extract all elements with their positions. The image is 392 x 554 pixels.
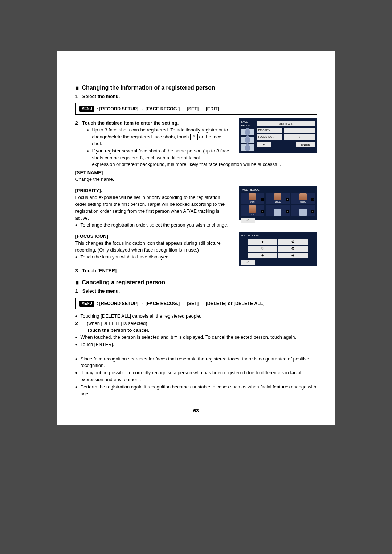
bullet-face-shots: Up to 3 face shots can be registered. To… (87, 127, 232, 147)
bullet-touch-enter: Touch [ENTER]. (75, 341, 317, 348)
page-number: - 63 - (75, 407, 317, 414)
ui-screenshot-1: FACE RECOG. SET NAME PRIORITY 1 FOCUS IC… (239, 118, 317, 153)
ui3-title: FOCUS ICON (241, 233, 315, 238)
section1-header: ∎Changing the information of a registere… (75, 83, 317, 92)
menu-path-box-2: MENU : [RECORD SETUP] → [FACE RECOG.] → … (75, 298, 317, 309)
setname-text: Change the name. (75, 176, 317, 183)
s2-step1-num: 1 (75, 288, 78, 294)
step2-num: 2 (75, 120, 78, 126)
focus-icon-option[interactable]: ✪ (278, 246, 308, 252)
setname-label: [SET NAME]: (75, 170, 317, 176)
back-button[interactable]: ↩ (257, 142, 271, 147)
ui-screenshot-3: FOCUS ICON ● ✿ ♡ ✪ ✦ ✤ ↩ (239, 232, 317, 266)
priority-label: [PRIORITY]: (75, 187, 232, 194)
focusicon-value: ● (284, 134, 315, 139)
menu-pill: MENU (79, 106, 94, 112)
back-button[interactable]: ↩ (241, 260, 255, 265)
focusicon-bullet: Touch the icon you wish to have displaye… (75, 254, 232, 261)
enter-button[interactable]: ENTER (296, 142, 315, 147)
priority-button[interactable]: PRIORITY (257, 128, 282, 133)
section2-title: Canceling a registered person (82, 279, 165, 285)
priority-text: Focus and exposure will be set in priori… (75, 194, 232, 221)
document-page: ∎Changing the information of a registere… (57, 51, 335, 425)
back-button[interactable]: ↩ (241, 218, 255, 223)
ui-screenshot-2: FACE RECOG. KEN1 ANNA2 MARY3 JOE4 5 6 ↩ (239, 186, 317, 220)
focus-icon-option[interactable]: ✦ (248, 253, 277, 258)
face-icon-placeholder: ♙ (190, 134, 198, 140)
bullet-continuation: expression or different background, it i… (75, 161, 317, 168)
note-1: Since face recognition searches for face… (75, 356, 317, 370)
note-2: It may not be possible to correctly reco… (75, 370, 317, 383)
section1-title: Changing the information of a registered… (82, 85, 215, 91)
bullet-delete-all: Touching [DELETE ALL] cancels all the re… (75, 313, 317, 320)
selected-person-icon: ♙≡ (170, 334, 177, 340)
setname-button[interactable]: SET NAME (257, 121, 315, 126)
person-tile[interactable]: 6 (291, 205, 315, 216)
person-tile[interactable]: ANNA2 (266, 193, 290, 204)
s2-step1-label: Select the menu. (82, 288, 120, 294)
step1-header: 1Select the menu. (75, 93, 317, 100)
focus-icon-option[interactable]: ✿ (278, 239, 308, 245)
s2-step2-label: Touch the person to cancel. (75, 327, 317, 334)
menu-path-text-2: : [RECORD SETUP] → [FACE RECOG.] → [SET]… (97, 300, 265, 307)
focus-icon-option[interactable]: ● (248, 239, 277, 245)
menu-path-box-1: MENU : [RECORD SETUP] → [FACE RECOG.] → … (75, 103, 317, 115)
divider (75, 352, 317, 352)
menu-pill: MENU (79, 301, 94, 307)
priority-bullet: To change the registration order, select… (75, 222, 232, 229)
step3-label: Touch [ENTER]. (82, 268, 118, 273)
note-3: Perform the registration again if recogn… (75, 384, 317, 398)
menu-path-text: : [RECORD SETUP] → [FACE RECOG.] → [SET]… (97, 106, 219, 112)
face-tile (241, 144, 254, 151)
face-tile (241, 129, 254, 135)
focusicon-text: This changes the focus indication icon t… (75, 240, 232, 254)
focus-icon-option[interactable]: ♡ (248, 246, 277, 252)
step2-label: Touch the desired item to enter the sett… (82, 120, 179, 126)
focusicon-button[interactable]: FOCUS ICON (257, 134, 282, 139)
priority-value: 1 (284, 128, 315, 133)
person-tile[interactable]: KEN1 (241, 193, 265, 204)
step3-header: 3Touch [ENTER]. (75, 268, 317, 274)
step3-num: 3 (75, 268, 78, 273)
section2-header: ∎Canceling a registered person (75, 278, 317, 286)
focusicon-label: [FOCUS ICON]: (75, 233, 232, 240)
step1-label: Select the menu. (82, 94, 120, 99)
step2-header: 2Touch the desired item to enter the set… (75, 120, 232, 127)
face-tile (241, 137, 254, 143)
bullet-touch-selected: When touched, the person is selected and… (75, 334, 317, 341)
bullet-multiple-shots: If you register several face shots of th… (87, 148, 232, 162)
step1-num: 1 (75, 94, 78, 99)
focus-icon-option[interactable]: ✤ (278, 253, 308, 258)
block-marker: ∎ (75, 279, 79, 285)
ui1-title: FACE RECOG. (241, 120, 255, 127)
s2-step2: 2(when [DELETE] is selected) (75, 320, 317, 327)
s2-step1-header: 1Select the menu. (75, 288, 317, 295)
person-tile[interactable]: JOE4 (241, 205, 265, 216)
person-tile[interactable]: 5 (266, 205, 290, 216)
ui2-title: FACE RECOG. (241, 188, 315, 192)
block-marker: ∎ (75, 85, 79, 91)
person-tile[interactable]: MARY3 (291, 193, 315, 204)
